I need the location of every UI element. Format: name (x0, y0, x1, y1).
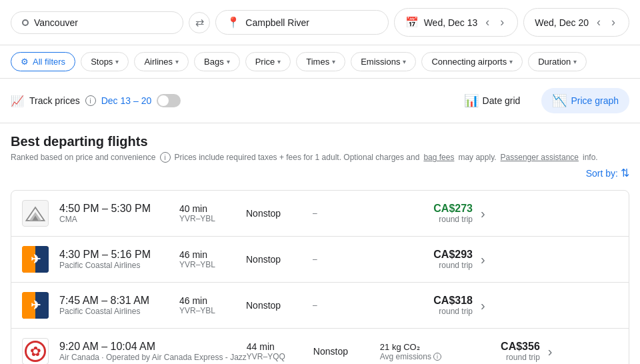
flight-emissions: – (313, 301, 393, 310)
flight-price: CA$318 round trip (393, 295, 473, 316)
expand-flight-button[interactable]: › (545, 341, 555, 362)
price-graph-button[interactable]: 📉 Price graph (541, 88, 629, 113)
track-prices-chart-icon: 📈 (11, 95, 24, 107)
destination-field[interactable]: 📍 Campbell River (215, 10, 388, 35)
price-value: CA$318 (393, 295, 473, 307)
emissions-chevron-icon: ▾ (403, 58, 406, 65)
best-flights-title: Best departing flights (11, 134, 148, 149)
passenger-assistance-link[interactable]: Passenger assistance (501, 153, 579, 162)
duration-chevron-icon: ▾ (573, 58, 577, 65)
price-filter[interactable]: Price ▾ (245, 52, 291, 71)
subtitle-ranked: Ranked based on price and convenience (11, 153, 156, 162)
airline-name: Pacific Coastal Airlines (59, 307, 179, 316)
connecting-airports-label: Connecting airports (431, 57, 507, 67)
date-from-section[interactable]: 📅 Wed, Dec 13 ‹ › (394, 8, 519, 37)
bags-chevron-icon: ▾ (227, 58, 230, 65)
duration-filter[interactable]: Duration ▾ (528, 52, 587, 71)
flight-price: CA$356 round trip (460, 341, 540, 362)
duration-val: 46 min (179, 249, 246, 260)
connecting-airports-filter[interactable]: Connecting airports ▾ (421, 52, 523, 71)
track-prices-toggle[interactable] (157, 94, 181, 107)
date-to-prev[interactable]: ‹ (594, 14, 603, 31)
sort-by-button[interactable]: Sort by: ⇅ (586, 167, 629, 179)
date-grid-button[interactable]: 📊 Date grid (453, 88, 531, 113)
flight-duration: 44 min YVR–YQQ (247, 341, 313, 361)
flight-time: 4:30 PM – 5:16 PM Pacific Coastal Airlin… (59, 249, 179, 270)
expand-flight-button[interactable]: › (478, 249, 488, 270)
date-to-next[interactable]: › (609, 14, 618, 31)
flight-emissions: 21 kg CO₂ Avg emissions i (380, 342, 460, 361)
flight-row[interactable]: ✈ 7:45 AM – 8:31 AM Pacific Coastal Airl… (11, 283, 629, 329)
flight-stops: Nonstop (246, 254, 313, 265)
pacific-coastal-logo: ✈ (22, 246, 49, 273)
time-range: 9:20 AM – 10:04 AM (59, 341, 247, 353)
flight-duration: 46 min YVR–YBL (179, 295, 246, 315)
flight-row[interactable]: ✈ 4:30 PM – 5:16 PM Pacific Coastal Airl… (11, 237, 629, 283)
price-label: round trip (393, 261, 473, 270)
flight-list: 4:50 PM – 5:30 PM CMA 40 min YVR–YBL Non… (11, 190, 629, 364)
track-prices-row: 📈 Track prices i Dec 13 – 20 📊 Date grid… (0, 79, 640, 123)
price-chevron-icon: ▾ (277, 58, 281, 65)
duration-route: YVR–YBL (179, 260, 246, 269)
airlines-filter[interactable]: Airlines ▾ (134, 52, 189, 71)
origin-field[interactable]: Vancouver (11, 11, 183, 34)
airlines-chevron-icon: ▾ (175, 58, 179, 65)
all-filters-button[interactable]: ⚙ All filters (11, 52, 75, 71)
flight-duration: 40 min YVR–YBL (179, 203, 246, 223)
track-prices-label: Track prices (29, 95, 80, 106)
origin-dot-icon (22, 19, 29, 26)
maple-leaf-icon: ✿ (30, 343, 41, 359)
emissions-value: 21 kg CO₂ (380, 342, 460, 352)
airline-name: CMA (59, 215, 179, 224)
stops-label: Stops (91, 57, 113, 67)
filter-icon: ⚙ (21, 57, 29, 67)
duration-val: 44 min (247, 341, 313, 352)
time-range: 4:50 PM – 5:30 PM (59, 203, 179, 215)
emissions-info-icon[interactable]: i (433, 353, 441, 361)
date-from: Wed, Dec 13 (424, 17, 478, 28)
date-to: Wed, Dec 20 (535, 17, 589, 28)
duration-route: YVR–YQQ (247, 352, 313, 361)
all-filters-label: All filters (33, 57, 65, 67)
flight-time: 4:50 PM – 5:30 PM CMA (59, 203, 179, 224)
date-from-prev[interactable]: ‹ (483, 14, 492, 31)
airline-name: Pacific Coastal Airlines (59, 261, 179, 270)
flight-emissions: – (313, 209, 393, 218)
flight-stops: Nonstop (246, 208, 313, 219)
destination-text: Campbell River (245, 17, 309, 28)
stops-chevron-icon: ▾ (115, 58, 119, 65)
flight-time: 9:20 AM – 10:04 AM Air Canada · Operated… (59, 341, 247, 362)
track-info-icon[interactable]: i (85, 95, 96, 106)
price-label: round trip (393, 215, 473, 224)
times-chevron-icon: ▾ (332, 58, 335, 65)
emissions-filter[interactable]: Emissions ▾ (351, 52, 416, 71)
emissions-dash: – (313, 209, 317, 218)
flight-row[interactable]: 4:50 PM – 5:30 PM CMA 40 min YVR–YBL Non… (11, 191, 629, 237)
date-from-next[interactable]: › (497, 14, 507, 31)
expand-flight-button[interactable]: › (478, 203, 488, 224)
duration-val: 40 min (179, 203, 246, 214)
price-value: CA$273 (393, 203, 473, 215)
flight-emissions: – (313, 255, 393, 264)
time-range: 4:30 PM – 5:16 PM (59, 249, 179, 261)
track-right-section: 📊 Date grid 📉 Price graph (453, 88, 629, 113)
date-to-section[interactable]: Wed, Dec 20 ‹ › (523, 8, 629, 37)
stops-filter[interactable]: Stops ▾ (81, 52, 129, 71)
expand-flight-button[interactable]: › (478, 295, 488, 316)
emissions-dash: – (313, 301, 317, 310)
subtitle-info-icon[interactable]: i (160, 152, 171, 163)
bag-fees-link[interactable]: bag fees (423, 153, 454, 162)
may-apply-text: may apply. (458, 153, 496, 162)
flight-row[interactable]: ✿ 9:20 AM – 10:04 AM Air Canada · Operat… (11, 329, 629, 364)
sort-by-label: Sort by: (586, 168, 618, 179)
swap-button[interactable]: ⇄ (189, 12, 210, 33)
times-filter[interactable]: Times ▾ (296, 52, 345, 71)
emissions-label: Avg emissions i (380, 352, 460, 361)
airlines-label: Airlines (144, 57, 173, 67)
date-grid-icon: 📊 (464, 93, 479, 108)
price-label: round trip (460, 353, 540, 362)
filter-bar: ⚙ All filters Stops ▾ Airlines ▾ Bags ▾ … (0, 45, 640, 79)
price-label: round trip (393, 307, 473, 316)
bags-filter[interactable]: Bags ▾ (194, 52, 240, 71)
price-graph-icon: 📉 (552, 93, 567, 108)
